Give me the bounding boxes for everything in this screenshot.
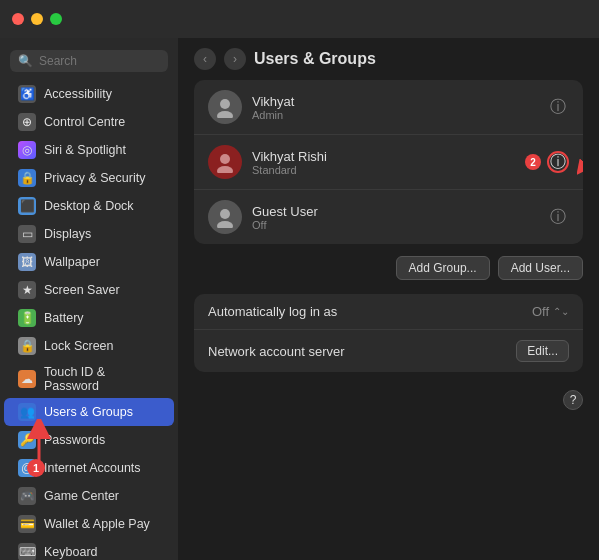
edit-button[interactable]: Edit... xyxy=(516,340,569,362)
sidebar-label-lock-screen: Lock Screen xyxy=(44,339,113,353)
svg-point-1 xyxy=(220,99,230,109)
avatar-vikhyat-rishi xyxy=(208,145,242,179)
user-role-vikhyat: Admin xyxy=(252,109,537,121)
user-row-vikhyat: Vikhyat Admin ⓘ xyxy=(194,80,583,135)
minimize-button[interactable] xyxy=(31,13,43,25)
page-title: Users & Groups xyxy=(254,50,376,68)
search-box[interactable]: 🔍 xyxy=(10,50,168,72)
sidebar-label-desktop-dock: Desktop & Dock xyxy=(44,199,134,213)
content-area: ‹ › Users & Groups Vikhyat Admin ⓘ xyxy=(178,38,599,560)
sidebar-item-wallpaper[interactable]: 🖼 Wallpaper xyxy=(4,248,174,276)
sidebar-item-desktop-dock[interactable]: ⬛ Desktop & Dock xyxy=(4,192,174,220)
search-input[interactable] xyxy=(39,54,160,68)
internet-accounts-icon: @ xyxy=(18,459,36,477)
sidebar-item-displays[interactable]: ▭ Displays xyxy=(4,220,174,248)
settings-section: Automatically log in as Off ⌃⌄ Network a… xyxy=(194,294,583,372)
network-account-row: Network account server Edit... xyxy=(194,330,583,372)
back-button[interactable]: ‹ xyxy=(194,48,216,70)
sidebar-label-accessibility: Accessibility xyxy=(44,87,112,101)
sidebar-label-wallpaper: Wallpaper xyxy=(44,255,100,269)
search-icon: 🔍 xyxy=(18,54,33,68)
dropdown-arrows-icon: ⌃⌄ xyxy=(553,306,569,317)
sidebar-item-keyboard[interactable]: ⌨ Keyboard xyxy=(4,538,174,560)
sidebar-item-accessibility[interactable]: ♿ Accessibility xyxy=(4,80,174,108)
user-info-vikhyat-rishi: Vikhyat Rishi Standard xyxy=(252,149,515,176)
users-groups-icon: 👥 xyxy=(18,403,36,421)
auto-login-value[interactable]: Off ⌃⌄ xyxy=(532,304,569,319)
user-name-vikhyat-rishi: Vikhyat Rishi xyxy=(252,149,515,164)
avatar-vikhyat xyxy=(208,90,242,124)
sidebar-item-users-groups[interactable]: 👥 Users & Groups 1 xyxy=(4,398,174,426)
action-buttons: Add Group... Add User... xyxy=(194,256,583,280)
forward-button[interactable]: › xyxy=(224,48,246,70)
svg-point-3 xyxy=(220,154,230,164)
control-centre-icon: ⊕ xyxy=(18,113,36,131)
game-center-icon: 🎮 xyxy=(18,487,36,505)
titlebar xyxy=(0,0,599,38)
user-info-guest: Guest User Off xyxy=(252,204,537,231)
maximize-button[interactable] xyxy=(50,13,62,25)
sidebar-label-privacy-security: Privacy & Security xyxy=(44,171,145,185)
wallet-icon: 💳 xyxy=(18,515,36,533)
sidebar-label-siri-spotlight: Siri & Spotlight xyxy=(44,143,126,157)
sidebar-item-touch-id-password[interactable]: ☁ Touch ID & Password xyxy=(4,360,174,398)
traffic-lights xyxy=(12,13,62,25)
sidebar-label-passwords: Passwords xyxy=(44,433,105,447)
sidebar-item-game-center[interactable]: 🎮 Game Center xyxy=(4,482,174,510)
help-button[interactable]: ? xyxy=(563,390,583,410)
auto-login-text: Off xyxy=(532,304,549,319)
info-button-vikhyat-rishi[interactable]: ⓘ xyxy=(547,151,569,173)
annotation-badge-2: 2 xyxy=(525,154,541,170)
add-group-button[interactable]: Add Group... xyxy=(396,256,490,280)
content-body: Vikhyat Admin ⓘ Vikhyat Rishi Standard xyxy=(178,80,599,560)
sidebar-item-control-centre[interactable]: ⊕ Control Centre xyxy=(4,108,174,136)
sidebar-item-lock-screen[interactable]: 🔒 Lock Screen xyxy=(4,332,174,360)
user-role-guest: Off xyxy=(252,219,537,231)
main-layout: 🔍 ♿ Accessibility ⊕ Control Centre ◎ Sir… xyxy=(0,38,599,560)
sidebar-label-control-centre: Control Centre xyxy=(44,115,125,129)
sidebar-label-internet-accounts: Internet Accounts xyxy=(44,461,141,475)
sidebar-label-keyboard: Keyboard xyxy=(44,545,98,559)
sidebar-label-wallet-apple-pay: Wallet & Apple Pay xyxy=(44,517,150,531)
battery-icon: 🔋 xyxy=(18,309,36,327)
desktop-icon: ⬛ xyxy=(18,197,36,215)
privacy-icon: 🔒 xyxy=(18,169,36,187)
content-header: ‹ › Users & Groups xyxy=(178,38,599,80)
sidebar-label-touch-id-password: Touch ID & Password xyxy=(44,365,160,393)
avatar-guest xyxy=(208,200,242,234)
sidebar-item-siri-spotlight[interactable]: ◎ Siri & Spotlight xyxy=(4,136,174,164)
info-button-guest[interactable]: ⓘ xyxy=(547,206,569,228)
user-row-vikhyat-rishi: Vikhyat Rishi Standard 2 ⓘ xyxy=(194,135,583,190)
user-name-vikhyat: Vikhyat xyxy=(252,94,537,109)
svg-point-6 xyxy=(220,209,230,219)
lock-screen-icon: 🔒 xyxy=(18,337,36,355)
siri-icon: ◎ xyxy=(18,141,36,159)
user-info-vikhyat: Vikhyat Admin xyxy=(252,94,537,121)
network-account-label: Network account server xyxy=(208,344,345,359)
sidebar-label-battery: Battery xyxy=(44,311,84,325)
info-button-vikhyat[interactable]: ⓘ xyxy=(547,96,569,118)
users-list: Vikhyat Admin ⓘ Vikhyat Rishi Standard xyxy=(194,80,583,244)
sidebar-item-internet-accounts[interactable]: @ Internet Accounts xyxy=(4,454,174,482)
help-row: ? xyxy=(194,386,583,414)
sidebar-item-passwords[interactable]: 🔑 Passwords xyxy=(4,426,174,454)
user-name-guest: Guest User xyxy=(252,204,537,219)
wallpaper-icon: 🖼 xyxy=(18,253,36,271)
sidebar-item-screen-saver[interactable]: ★ Screen Saver xyxy=(4,276,174,304)
passwords-icon: 🔑 xyxy=(18,431,36,449)
auto-login-label: Automatically log in as xyxy=(208,304,337,319)
svg-point-2 xyxy=(217,111,233,118)
keyboard-icon: ⌨ xyxy=(18,543,36,560)
sidebar-label-users-groups: Users & Groups xyxy=(44,405,133,419)
user-role-vikhyat-rishi: Standard xyxy=(252,164,515,176)
svg-point-4 xyxy=(217,166,233,173)
sidebar-label-screen-saver: Screen Saver xyxy=(44,283,120,297)
add-user-button[interactable]: Add User... xyxy=(498,256,583,280)
sidebar-item-battery[interactable]: 🔋 Battery xyxy=(4,304,174,332)
sidebar-item-privacy-security[interactable]: 🔒 Privacy & Security xyxy=(4,164,174,192)
sidebar-item-wallet-apple-pay[interactable]: 💳 Wallet & Apple Pay xyxy=(4,510,174,538)
auto-login-row: Automatically log in as Off ⌃⌄ xyxy=(194,294,583,330)
sidebar-label-displays: Displays xyxy=(44,227,91,241)
close-button[interactable] xyxy=(12,13,24,25)
touchid-icon: ☁ xyxy=(18,370,36,388)
